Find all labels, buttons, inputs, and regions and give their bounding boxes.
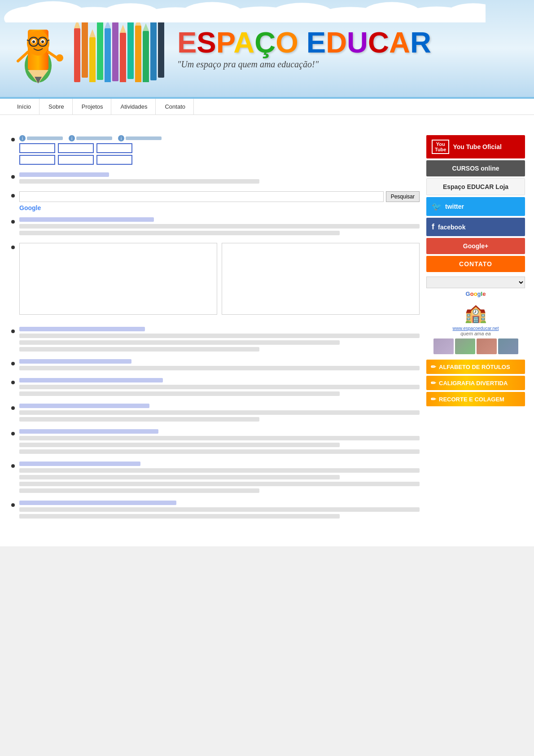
bullet-dot-2 [11, 175, 15, 179]
text-desc-7 [19, 436, 420, 440]
bullet-content-6 [19, 327, 420, 354]
info-label-1 [27, 136, 63, 140]
bullet-item-7 [9, 359, 420, 373]
bullet-dot-8 [11, 381, 15, 384]
svg-point-24 [32, 40, 35, 43]
nav-item-activities[interactable]: Atividades [112, 99, 156, 114]
text-desc-6b [19, 417, 259, 422]
translate-select-4[interactable] [19, 155, 55, 165]
bullet-item-6 [9, 327, 420, 354]
pencils-svg [72, 15, 171, 82]
cat-btn-recorte[interactable]: RECORTE E COLAGEM [426, 392, 525, 406]
translate-widget: i i i [19, 135, 420, 167]
twitter-icon: 🐦 [432, 202, 442, 211]
svg-rect-45 [135, 26, 141, 82]
nav-item-projects[interactable]: Projetos [74, 99, 112, 114]
bullet-content-9 [19, 404, 420, 424]
translate-select-2[interactable] [58, 143, 94, 153]
text-desc-6 [19, 410, 420, 415]
nav-bar: Início Sobre Projetos Atividades Contato [0, 99, 534, 115]
profile-tagline: quem ama ea [426, 331, 525, 336]
text-desc-9b [19, 514, 340, 519]
text-link-2[interactable] [19, 217, 154, 222]
text-desc-8d [19, 488, 259, 493]
bullet-dot-5 [11, 246, 15, 249]
text-link-4[interactable] [19, 359, 131, 364]
translate-select-1[interactable] [19, 143, 55, 153]
sidebar: YouTube You Tube Oficial CURSOS online E… [426, 135, 525, 526]
contato-button[interactable]: CONTATO [426, 256, 525, 272]
svg-rect-35 [97, 19, 103, 80]
bullet-content-12 [19, 501, 420, 521]
translate-select-3[interactable] [96, 143, 132, 153]
text-link-8[interactable] [19, 462, 140, 466]
search-input[interactable] [19, 191, 384, 202]
text-link-1[interactable] [19, 172, 109, 177]
translate-select-6[interactable] [96, 155, 132, 165]
profile-photos [426, 338, 525, 354]
search-button[interactable]: Pesquisar [386, 191, 420, 202]
text-link-7[interactable] [19, 429, 158, 434]
facebook-button[interactable]: f facebook [426, 218, 525, 236]
info-label-3 [126, 136, 162, 140]
clouds-decoration [0, 0, 486, 22]
svg-rect-43 [127, 18, 134, 79]
svg-rect-31 [82, 19, 88, 78]
bullet-content-11 [19, 462, 420, 495]
youtube-button[interactable]: YouTube You Tube Oficial [426, 135, 525, 158]
text-desc-3c [19, 347, 259, 352]
text-desc-5 [19, 385, 420, 389]
cat-btn-alfabeto[interactable]: ALFABETO DE RÓTULOS [426, 360, 525, 374]
bullet-content-8 [19, 378, 420, 398]
nav-item-contact[interactable]: Contato [157, 99, 194, 114]
svg-rect-39 [112, 22, 118, 81]
bullet-item-5 [9, 243, 420, 321]
info-circle-3: i [118, 135, 124, 141]
bullet-dot-12 [11, 503, 15, 507]
translate-row-1 [19, 143, 420, 153]
text-desc-7b [19, 443, 340, 447]
text-desc-8b [19, 475, 340, 479]
sidebar-search-select[interactable] [426, 277, 525, 288]
nav-item-home[interactable]: Início [9, 99, 39, 114]
profile-url[interactable]: www.espacoeducar.net [426, 326, 525, 331]
translate-col-3: i [118, 135, 162, 141]
cat-btn-caligrafia[interactable]: CALIGRAFIA DIVERTIDA [426, 376, 525, 390]
bullet-dot-7 [11, 362, 15, 365]
text-link-6[interactable] [19, 404, 149, 408]
youtube-label: You Tube Oficial [453, 143, 501, 150]
svg-rect-51 [158, 15, 164, 78]
brand-tagline: "Um espaço pra quem ama educação!" [177, 59, 319, 70]
info-circle-2: i [69, 135, 75, 141]
bullet-dot-6 [11, 330, 15, 333]
content-area: i i i [9, 135, 420, 526]
svg-point-25 [41, 40, 44, 43]
googleplus-button[interactable]: Google+ [426, 238, 525, 254]
text-link-9[interactable] [19, 501, 176, 505]
category-buttons: ALFABETO DE RÓTULOS CALIGRAFIA DIVERTIDA… [426, 360, 525, 406]
text-link-3[interactable] [19, 327, 145, 331]
svg-marker-34 [89, 29, 96, 37]
bullet-dot-4 [11, 220, 15, 224]
loja-button[interactable]: Espaço EDUCAR Loja [426, 178, 525, 195]
twitter-button[interactable]: 🐦 twitter [426, 197, 525, 216]
bullet-item-4 [9, 217, 420, 237]
embed-row [19, 243, 420, 315]
text-desc-1 [19, 179, 259, 184]
translate-col-2: i [69, 135, 112, 141]
svg-marker-42 [120, 25, 126, 33]
text-desc-4 [19, 366, 420, 370]
bullet-item-11 [9, 462, 420, 495]
svg-point-11 [445, 3, 486, 22]
google-label: Google [19, 204, 420, 212]
text-link-5[interactable] [19, 378, 163, 382]
translate-select-5[interactable] [58, 155, 94, 165]
bullet-item-3: Pesquisar Google [9, 191, 420, 212]
bullet-item-9 [9, 404, 420, 424]
svg-point-28 [56, 54, 63, 62]
text-desc-8c [19, 482, 420, 486]
cursos-button[interactable]: CURSOS online [426, 160, 525, 176]
svg-rect-29 [74, 28, 80, 82]
nav-item-about[interactable]: Sobre [40, 99, 73, 114]
profile-photo-2 [455, 338, 475, 354]
